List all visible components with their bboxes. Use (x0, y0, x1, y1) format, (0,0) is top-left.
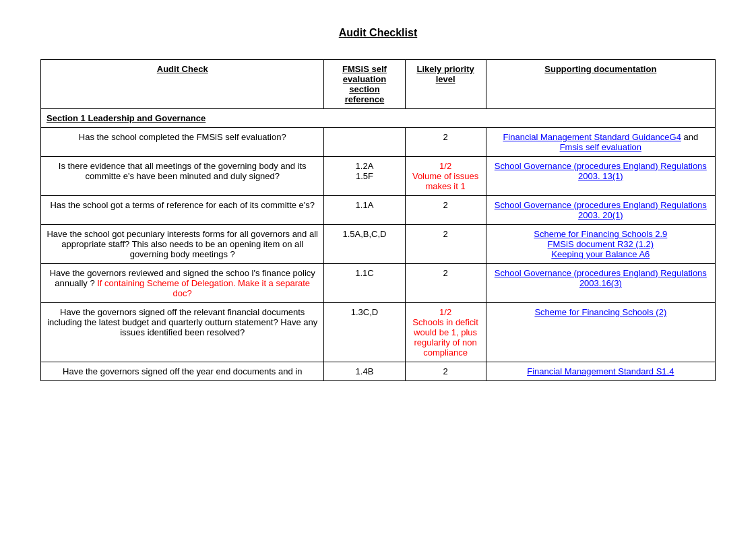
supporting-cell: School Governance (procedures England) R… (486, 264, 715, 303)
table-row: Have the governors signed off the year e… (41, 362, 716, 381)
header-fmsis: FMSiS self evaluation section reference (324, 60, 405, 109)
priority-cell: 1/2 Volume of issues makes it 1 (405, 157, 486, 196)
header-audit-check: Audit Check (41, 60, 324, 109)
table-row: Has the school completed the FMSiS self … (41, 128, 716, 157)
table-row: Have the governors reviewed and signed t… (41, 264, 716, 303)
header-priority: Likely priority level (405, 60, 486, 109)
audit-check-cell: Have the governors signed off the releva… (41, 303, 324, 362)
table-row: Is there evidence that all meetings of t… (41, 157, 716, 196)
audit-check-cell: Is there evidence that all meetings of t… (41, 157, 324, 196)
table-row: Have the school got pecuniary interests … (41, 225, 716, 264)
supporting-cell: Financial Management Standard S1.4 (486, 362, 715, 381)
audit-check-cell: Have the school got pecuniary interests … (41, 225, 324, 264)
supporting-link[interactable]: Scheme for Financing Schools 2.9 (534, 229, 667, 239)
audit-check-cell: Have the governors signed off the year e… (41, 362, 324, 381)
supporting-link[interactable]: Keeping your Balance A6 (551, 249, 650, 259)
table-row: Have the governors signed off the releva… (41, 303, 716, 362)
supporting-link[interactable]: FMSiS document R32 (1.2) (548, 239, 654, 249)
supporting-cell: Financial Management Standard GuidanceG4… (486, 128, 715, 157)
audit-table: Audit Check FMSiS self evaluation sectio… (40, 59, 716, 381)
supporting-cell: Scheme for Financing Schools 2.9FMSiS do… (486, 225, 715, 264)
supporting-link[interactable]: Financial Management Standard GuidanceG4 (503, 132, 681, 142)
supporting-link[interactable]: School Governance (procedures England) R… (495, 268, 707, 288)
page-title: Audit Checklist (40, 27, 716, 39)
audit-check-cell: Has the school completed the FMSiS self … (41, 128, 324, 157)
supporting-link[interactable]: School Governance (procedures England) R… (495, 161, 707, 181)
fmsis-cell: 1.1C (324, 264, 405, 303)
priority-cell: 2 (405, 362, 486, 381)
priority-cell: 2 (405, 196, 486, 225)
fmsis-cell: 1.1A (324, 196, 405, 225)
fmsis-cell: 1.5A,B,C,D (324, 225, 405, 264)
priority-cell: 2 (405, 128, 486, 157)
priority-cell: 2 (405, 225, 486, 264)
supporting-link[interactable]: Financial Management Standard S1.4 (527, 366, 674, 376)
audit-check-cell: Have the governors reviewed and signed t… (41, 264, 324, 303)
supporting-cell: Scheme for Financing Schools (2) (486, 303, 715, 362)
table-row: Has the school got a terms of reference … (41, 196, 716, 225)
fmsis-cell: 1.2A 1.5F (324, 157, 405, 196)
fmsis-cell: 1.3C,D (324, 303, 405, 362)
priority-cell: 1/2 Schools in deficit would be 1, plus … (405, 303, 486, 362)
supporting-cell: School Governance (procedures England) R… (486, 157, 715, 196)
supporting-link[interactable]: Fmsis self evaluation (560, 142, 641, 152)
fmsis-cell: 1.4B (324, 362, 405, 381)
priority-cell: 2 (405, 264, 486, 303)
supporting-link[interactable]: Scheme for Financing Schools (2) (534, 307, 666, 317)
supporting-cell: School Governance (procedures England) R… (486, 196, 715, 225)
header-supporting: Supporting documentation (486, 60, 715, 109)
audit-check-cell: Has the school got a terms of reference … (41, 196, 324, 225)
fmsis-cell (324, 128, 405, 157)
section-header: Section 1 Leadership and Governance (41, 109, 716, 128)
supporting-link[interactable]: School Governance (procedures England) R… (495, 200, 707, 220)
